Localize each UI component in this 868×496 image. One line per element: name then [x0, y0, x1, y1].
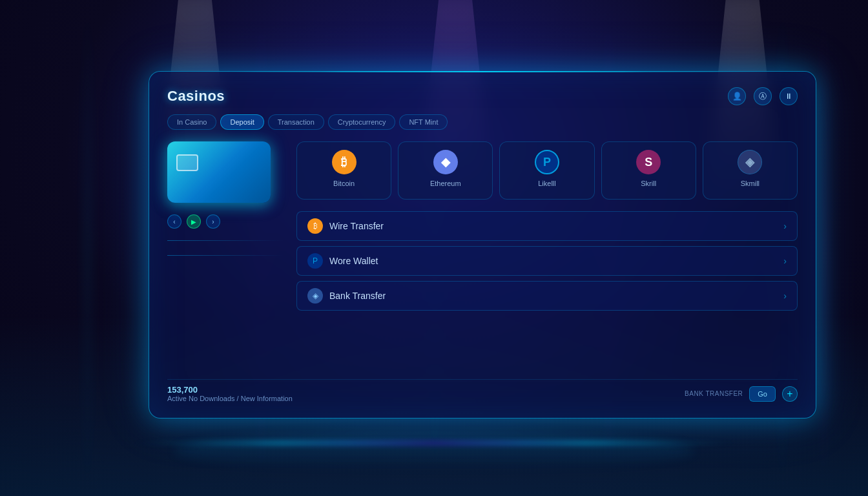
floor-reflection [174, 431, 694, 470]
skmill-label: Skmill [741, 180, 760, 187]
nav-tabs: In Casino Deposit Transaction Cryptocurr… [167, 114, 798, 130]
wire-transfer-item[interactable]: ₿ Wire Transfer › [296, 211, 798, 241]
payment-list: ₿ Wire Transfer › P Wore Wallet › ◈ Ba [296, 211, 798, 311]
bank-transfer-chevron: › [783, 291, 787, 301]
payment-grid: ₿ Bitcoin ◆ Ethereum P Likelll S Skrill … [296, 141, 798, 371]
wore-wallet-label: Wore Wallet [329, 256, 378, 266]
wore-wallet-icon: P [307, 253, 323, 269]
wire-transfer-icon: ₿ [307, 218, 323, 234]
panel-title: Casinos [167, 88, 225, 105]
pause-icon-btn[interactable]: ⏸ [780, 87, 798, 105]
crypto-card-skmill[interactable]: ◈ Skmill [703, 141, 798, 200]
wire-transfer-chevron: › [783, 221, 787, 231]
bitcoin-icon: ₿ [332, 150, 356, 174]
bank-transfer-label: Bank Transfer [329, 291, 386, 301]
bank-transfer-left: ◈ Bank Transfer [307, 288, 386, 304]
crypto-row: ₿ Bitcoin ◆ Ethereum P Likelll S Skrill … [296, 141, 798, 200]
footer-badge: BANK TRANSFER [685, 390, 743, 397]
panel-header: Casinos 👤 Ⓐ ⏸ [167, 87, 798, 105]
stat-label: Active No Downloads / New Information [167, 395, 293, 402]
user-icon-btn[interactable]: 👤 [728, 87, 746, 105]
skrill-label: Skrill [641, 180, 656, 187]
sidebar-controls: ‹ ▶ › [167, 214, 284, 229]
left-sidebar: ‹ ▶ › [167, 141, 284, 371]
footer-stats: 153,700 Active No Downloads / New Inform… [167, 385, 293, 402]
tab-transaction[interactable]: Transaction [268, 114, 324, 130]
bitcoin-label: Bitcoin [333, 180, 355, 187]
paypal-label: Likelll [538, 180, 556, 187]
tab-cryptocurrency[interactable]: Cryptocurrency [328, 114, 396, 130]
footer-go-button[interactable]: Go [749, 386, 776, 402]
tab-in-casino[interactable]: In Casino [167, 114, 216, 130]
crypto-card-bitcoin[interactable]: ₿ Bitcoin [296, 141, 391, 200]
bank-transfer-item[interactable]: ◈ Bank Transfer › [296, 281, 798, 311]
bank-transfer-icon: ◈ [307, 288, 323, 304]
tab-deposit[interactable]: Deposit [220, 114, 264, 130]
main-panel: Casinos 👤 Ⓐ ⏸ In Casino Deposit Transact… [149, 71, 816, 418]
skrill-icon: S [636, 150, 661, 174]
card-visual [167, 141, 271, 203]
wore-wallet-item[interactable]: P Wore Wallet › [296, 246, 798, 276]
play-button[interactable]: ▶ [187, 214, 201, 229]
wire-transfer-label: Wire Transfer [329, 221, 384, 231]
crypto-card-ethereum[interactable]: ◆ Ethereum [398, 141, 493, 200]
add-button[interactable]: + [782, 386, 798, 402]
forward-button[interactable]: › [206, 214, 220, 229]
panel-footer: 153,700 Active No Downloads / New Inform… [167, 379, 798, 402]
skmill-icon: ◈ [738, 150, 762, 174]
wire-transfer-left: ₿ Wire Transfer [307, 218, 384, 234]
back-button[interactable]: ‹ [167, 214, 181, 229]
wore-wallet-left: P Wore Wallet [307, 253, 378, 269]
ethereum-icon: ◆ [433, 150, 458, 174]
paypal-icon: P [535, 150, 559, 174]
sidebar-divider-2 [167, 255, 284, 256]
wore-wallet-chevron: › [783, 256, 787, 266]
footer-right: BANK TRANSFER Go + [685, 386, 798, 402]
crypto-card-paypal[interactable]: P Likelll [499, 141, 594, 200]
sidebar-divider [167, 240, 284, 241]
crypto-card-skrill[interactable]: S Skrill [601, 141, 696, 200]
stat-number: 153,700 [167, 385, 293, 395]
ethereum-label: Ethereum [430, 180, 461, 187]
account-icon-btn[interactable]: Ⓐ [754, 87, 772, 105]
tab-nft-mint[interactable]: NFT Mint [399, 114, 448, 130]
content-area: ‹ ▶ › ₿ Bitcoin ◆ Ethereum P [167, 141, 798, 371]
header-icons: 👤 Ⓐ ⏸ [728, 87, 798, 105]
